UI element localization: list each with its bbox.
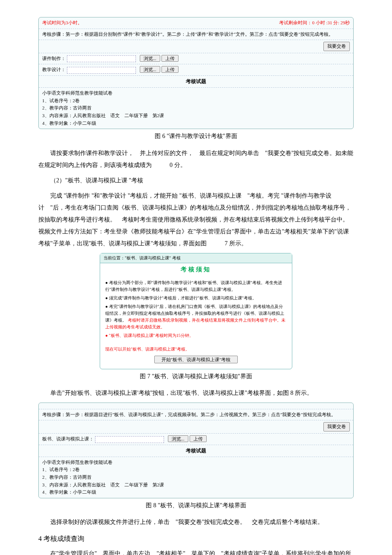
paper-info: 小学语文学科师范生教学技能试卷 1、试卷序号：2卷 2、教学内容：古诗两首 3、…: [39, 87, 353, 129]
spacer: [39, 403, 353, 409]
info-item: 3、内容来源：人民教育出版社 语文 二年级下册 第2课: [42, 112, 350, 120]
start-exam-button[interactable]: 开始"板书、说课与模拟上课"考核: [154, 356, 238, 363]
notice-title: 考核须知: [100, 263, 292, 276]
figure6-caption: 图 6 "课件与教学设计考核"界面: [38, 132, 354, 141]
bullet-warning: 考核时请开启微格系统录制视频，并在考核结束后将视频文件上传到考核平台中。未上传视…: [105, 318, 285, 329]
heading-section-4: 4 考核成绩查询: [38, 533, 354, 544]
upload-row-courseware: 课件制作： 浏览... 上传: [39, 53, 353, 64]
video-label: 板书、说课与模拟上课：: [42, 436, 94, 441]
submit-row: 我要交卷: [39, 420, 353, 433]
design-label: 教学设计：: [42, 67, 66, 72]
bullet-item: ● 考完"课件制作与教学设计"后，请在机房门口查阅《板书、说课与模拟上课》的考核…: [105, 303, 287, 331]
courseware-label: 课件制作：: [42, 56, 66, 61]
info-item: 1、试卷序号：2卷: [42, 97, 350, 105]
paragraph: 请按要求制作课件和教学设计， 并上传对应的文件， 最后在规定时间内单击 "我要交…: [38, 147, 354, 171]
info-item: 2、教学内容：古诗两首: [42, 104, 350, 112]
paper-info: 小学语文学科师范生教学技能试卷 1、试卷序号：2卷 2、教学内容：古诗两首 3、…: [39, 457, 353, 498]
section-header: 考核试题: [39, 445, 353, 457]
timer-bar: 考试时间为3小时。 考试剩余时间：0 小时 :31 分: 29秒: [39, 17, 353, 29]
steps-row: 考核步骤：第一步：根据题目分别制作"课件"和"教学设计"。第二步：上传"课件"和…: [39, 29, 353, 40]
upload-row-design: 教学设计： 浏览... 上传: [39, 64, 353, 75]
browse-button[interactable]: 浏览...: [140, 55, 160, 62]
subheading: （2）"板书、说课与模拟上课 "考核: [38, 175, 354, 187]
figure8-panel: 考核步骤：第一步：根据题目进行"板书、说课与模拟上课"，完成视频录制。第二步：上…: [38, 403, 354, 498]
paper-title: 小学语文学科师范生教学技能试卷: [42, 89, 350, 97]
courseware-input[interactable]: [67, 55, 136, 62]
notice-footer: 现在可以开始"板书、说课与模拟上课"考核。 开始"板书、说课与模拟上课"考核: [100, 342, 292, 369]
browse-button[interactable]: 浏览...: [140, 66, 160, 73]
upload-row-video: 板书、说课与模拟上课： 浏览... 上传: [39, 433, 353, 445]
design-input[interactable]: [67, 67, 136, 74]
paragraph: 选择录制好的说课视频文件并进行上传，单击 "我要交卷"按钮完成交卷。 交卷完成后…: [38, 516, 354, 528]
browse-button[interactable]: 浏览...: [168, 435, 188, 442]
paragraph: 单击"开始'板书、说课与模拟上课'考核"按钮，出现"板书、说课与模拟上课"考核界…: [38, 387, 354, 399]
figure7-panel: 当前位置："板书、说课与模拟上课" 考核 考核须知 ● 考核分为两个部分，即"课…: [100, 253, 292, 369]
submit-button[interactable]: 我要交卷: [323, 422, 350, 431]
upload-button[interactable]: 上传: [161, 66, 179, 73]
steps-text: 考核步骤：第一步：根据题目进行"板书、说课与模拟上课"，完成视频录制。第二步：上…: [42, 412, 336, 417]
exam-duration: 考试时间为3小时。: [42, 20, 82, 25]
upload-button[interactable]: 上传: [190, 435, 207, 442]
notice-body: ● 考核分为两个部分，即"课件制作与教学设计"考核和"板书、说课与模拟上课"考核…: [100, 276, 292, 342]
bullet-item: ● "板书、说课与模拟上课"考核时间为15分钟。: [105, 332, 287, 339]
ready-text: 现在可以开始"板书、说课与模拟上课"考核。: [105, 346, 287, 353]
info-item: 2、教学内容：古诗两首: [42, 474, 350, 481]
info-item: 3、内容来源：人民教育出版社 语文 二年级下册 第2课: [42, 481, 350, 489]
upload-button[interactable]: 上传: [161, 55, 179, 62]
bullet-item: ● 须完成"课件制作与教学设计"考核后，才能进行"板书、说课与模拟上课"考核。: [105, 295, 287, 302]
breadcrumb: 当前位置："板书、说课与模拟上课" 考核: [100, 253, 292, 263]
paragraph: 完成 "课件制作 "和"教学设计 "考核后，才能开始 "板书、说课与模拟上课 "…: [38, 190, 354, 250]
info-item: 4、教学对象：小学二年级: [42, 489, 350, 496]
info-item: 4、教学对象：小学二年级: [42, 120, 350, 127]
submit-button[interactable]: 我要交卷: [323, 42, 350, 51]
section-header: 考核试题: [39, 75, 353, 87]
figure6-panel: 考试时间为3小时。 考试剩余时间：0 小时 :31 分: 29秒 考核步骤：第一…: [38, 17, 354, 129]
time-remaining: 考试剩余时间：0 小时 :31 分: 29秒: [279, 19, 350, 27]
paper-title: 小学语文学科师范生教学技能试卷: [42, 459, 350, 466]
video-input[interactable]: [95, 436, 164, 443]
info-item: 1、试卷序号：2卷: [42, 466, 350, 474]
submit-row: 我要交卷: [39, 40, 353, 53]
steps-text: 考核步骤：第一步：根据题目分别制作"课件"和"教学设计"。第二步：上传"课件"和…: [42, 32, 333, 37]
steps-row: 考核步骤：第一步：根据题目进行"板书、说课与模拟上课"，完成视频录制。第二步：上…: [39, 409, 353, 420]
figure8-caption: 图 8 "板书、说课与模拟上课"考核界面: [38, 501, 354, 510]
paragraph: 在"学生管理后台" 界面中，单击左边 "考核相关" 菜单下的 "考核成绩查询"子…: [38, 548, 354, 555]
figure7-caption: 图 7 "板书、说课与模拟上课考核须知"界面: [38, 372, 354, 381]
bullet-item: ● 考核分为两个部分，即"课件制作与教学设计"考核和"板书、说课与模拟上课"考核…: [105, 279, 287, 293]
